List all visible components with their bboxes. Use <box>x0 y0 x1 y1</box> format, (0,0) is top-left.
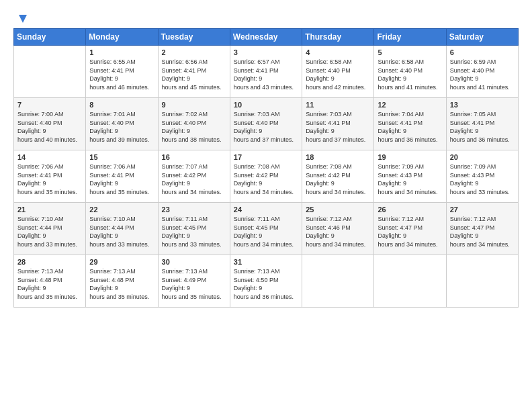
day-cell: 3 Sunrise: 6:57 AM Sunset: 4:41 PM Dayli… <box>230 46 302 98</box>
day-number: 14 <box>17 153 82 161</box>
day-number: 26 <box>378 205 442 214</box>
logo <box>13 12 27 21</box>
day-info: Sunrise: 7:08 AM Sunset: 4:42 PM Dayligh… <box>234 163 298 196</box>
day-cell: 1 Sunrise: 6:55 AM Sunset: 4:41 PM Dayli… <box>86 46 158 98</box>
day-info: Sunrise: 7:03 AM Sunset: 4:40 PM Dayligh… <box>234 110 298 144</box>
day-number: 16 <box>162 153 226 161</box>
day-info: Sunrise: 7:08 AM Sunset: 4:42 PM Dayligh… <box>306 163 370 196</box>
day-cell: 20 Sunrise: 7:09 AM Sunset: 4:43 PM Dayl… <box>446 150 518 203</box>
day-number: 5 <box>378 48 442 56</box>
day-info: Sunrise: 7:10 AM Sunset: 4:44 PM Dayligh… <box>17 215 82 248</box>
day-cell: 11 Sunrise: 7:03 AM Sunset: 4:41 PM Dayl… <box>302 98 374 150</box>
day-info: Sunrise: 7:05 AM Sunset: 4:41 PM Dayligh… <box>450 110 515 144</box>
day-cell: 9 Sunrise: 7:02 AM Sunset: 4:40 PM Dayli… <box>158 98 230 150</box>
day-number: 22 <box>89 205 154 214</box>
day-number: 25 <box>306 205 370 214</box>
day-cell: 25 Sunrise: 7:12 AM Sunset: 4:46 PM Dayl… <box>302 203 374 255</box>
day-info: Sunrise: 7:02 AM Sunset: 4:40 PM Dayligh… <box>162 110 226 144</box>
day-cell: 24 Sunrise: 7:11 AM Sunset: 4:45 PM Dayl… <box>230 203 302 255</box>
day-info: Sunrise: 6:58 AM Sunset: 4:40 PM Dayligh… <box>378 58 442 91</box>
day-number: 18 <box>306 153 370 161</box>
day-cell <box>374 255 446 308</box>
day-number: 17 <box>234 153 298 161</box>
day-cell: 2 Sunrise: 6:56 AM Sunset: 4:41 PM Dayli… <box>158 46 230 98</box>
day-info: Sunrise: 6:58 AM Sunset: 4:40 PM Dayligh… <box>306 58 370 91</box>
header-cell-friday: Friday <box>374 29 446 46</box>
week-row-1: 1 Sunrise: 6:55 AM Sunset: 4:41 PM Dayli… <box>14 46 519 98</box>
day-info: Sunrise: 6:56 AM Sunset: 4:41 PM Dayligh… <box>162 58 226 91</box>
day-cell: 4 Sunrise: 6:58 AM Sunset: 4:40 PM Dayli… <box>302 46 374 98</box>
day-info: Sunrise: 7:11 AM Sunset: 4:45 PM Dayligh… <box>234 215 298 248</box>
day-cell: 5 Sunrise: 6:58 AM Sunset: 4:40 PM Dayli… <box>374 46 446 98</box>
day-number: 28 <box>17 258 82 266</box>
week-row-5: 28 Sunrise: 7:13 AM Sunset: 4:48 PM Dayl… <box>14 255 519 308</box>
day-number: 6 <box>450 48 515 56</box>
header-cell-thursday: Thursday <box>302 29 374 46</box>
day-number: 10 <box>234 101 298 109</box>
day-number: 9 <box>162 101 226 109</box>
day-number: 27 <box>450 205 515 214</box>
day-cell: 22 Sunrise: 7:10 AM Sunset: 4:44 PM Dayl… <box>86 203 158 255</box>
day-number: 7 <box>17 101 82 109</box>
day-cell: 14 Sunrise: 7:06 AM Sunset: 4:41 PM Dayl… <box>14 150 86 203</box>
day-info: Sunrise: 7:00 AM Sunset: 4:40 PM Dayligh… <box>17 110 82 144</box>
day-number: 31 <box>234 258 298 266</box>
day-number: 30 <box>162 258 226 266</box>
day-number: 11 <box>306 101 370 109</box>
day-info: Sunrise: 7:07 AM Sunset: 4:42 PM Dayligh… <box>162 163 226 196</box>
day-number: 4 <box>306 48 370 56</box>
logo-icon <box>15 12 27 24</box>
week-row-3: 14 Sunrise: 7:06 AM Sunset: 4:41 PM Dayl… <box>14 150 519 203</box>
day-cell: 30 Sunrise: 7:13 AM Sunset: 4:49 PM Dayl… <box>158 255 230 308</box>
header-cell-tuesday: Tuesday <box>158 29 230 46</box>
page: SundayMondayTuesdayWednesdayThursdayFrid… <box>0 0 532 411</box>
day-number: 29 <box>89 258 154 266</box>
day-info: Sunrise: 6:59 AM Sunset: 4:40 PM Dayligh… <box>450 58 515 91</box>
day-cell: 10 Sunrise: 7:03 AM Sunset: 4:40 PM Dayl… <box>230 98 302 150</box>
day-cell: 17 Sunrise: 7:08 AM Sunset: 4:42 PM Dayl… <box>230 150 302 203</box>
day-number: 23 <box>162 205 226 214</box>
header-cell-sunday: Sunday <box>14 29 86 46</box>
day-info: Sunrise: 7:06 AM Sunset: 4:41 PM Dayligh… <box>17 163 82 196</box>
day-cell: 19 Sunrise: 7:09 AM Sunset: 4:43 PM Dayl… <box>374 150 446 203</box>
day-info: Sunrise: 7:03 AM Sunset: 4:41 PM Dayligh… <box>306 110 370 144</box>
day-number: 20 <box>450 153 515 161</box>
header-cell-monday: Monday <box>86 29 158 46</box>
day-info: Sunrise: 7:12 AM Sunset: 4:46 PM Dayligh… <box>306 215 370 248</box>
day-info: Sunrise: 7:10 AM Sunset: 4:44 PM Dayligh… <box>89 215 154 248</box>
day-cell: 23 Sunrise: 7:11 AM Sunset: 4:45 PM Dayl… <box>158 203 230 255</box>
day-number: 21 <box>17 205 82 214</box>
day-cell: 15 Sunrise: 7:06 AM Sunset: 4:41 PM Dayl… <box>86 150 158 203</box>
day-cell: 8 Sunrise: 7:01 AM Sunset: 4:40 PM Dayli… <box>86 98 158 150</box>
day-number: 12 <box>378 101 442 109</box>
day-cell: 12 Sunrise: 7:04 AM Sunset: 4:41 PM Dayl… <box>374 98 446 150</box>
day-cell: 27 Sunrise: 7:12 AM Sunset: 4:47 PM Dayl… <box>446 203 518 255</box>
day-info: Sunrise: 7:06 AM Sunset: 4:41 PM Dayligh… <box>89 163 154 196</box>
header <box>13 12 519 21</box>
day-cell <box>14 46 86 98</box>
day-cell: 29 Sunrise: 7:13 AM Sunset: 4:48 PM Dayl… <box>86 255 158 308</box>
header-row: SundayMondayTuesdayWednesdayThursdayFrid… <box>14 29 519 46</box>
day-info: Sunrise: 7:12 AM Sunset: 4:47 PM Dayligh… <box>378 215 442 248</box>
day-info: Sunrise: 7:09 AM Sunset: 4:43 PM Dayligh… <box>378 163 442 196</box>
day-number: 15 <box>89 153 154 161</box>
day-info: Sunrise: 7:04 AM Sunset: 4:41 PM Dayligh… <box>378 110 442 144</box>
calendar-table: SundayMondayTuesdayWednesdayThursdayFrid… <box>13 28 519 308</box>
svg-marker-0 <box>19 15 27 23</box>
week-row-4: 21 Sunrise: 7:10 AM Sunset: 4:44 PM Dayl… <box>14 203 519 255</box>
day-number: 3 <box>234 48 298 56</box>
day-number: 1 <box>89 48 154 56</box>
day-cell <box>302 255 374 308</box>
day-cell: 21 Sunrise: 7:10 AM Sunset: 4:44 PM Dayl… <box>14 203 86 255</box>
day-cell <box>446 255 518 308</box>
day-info: Sunrise: 7:12 AM Sunset: 4:47 PM Dayligh… <box>450 215 515 248</box>
day-info: Sunrise: 7:11 AM Sunset: 4:45 PM Dayligh… <box>162 215 226 248</box>
day-cell: 7 Sunrise: 7:00 AM Sunset: 4:40 PM Dayli… <box>14 98 86 150</box>
day-number: 8 <box>89 101 154 109</box>
day-number: 13 <box>450 101 515 109</box>
day-info: Sunrise: 7:13 AM Sunset: 4:50 PM Dayligh… <box>234 267 298 301</box>
day-info: Sunrise: 6:57 AM Sunset: 4:41 PM Dayligh… <box>234 58 298 91</box>
day-info: Sunrise: 7:13 AM Sunset: 4:48 PM Dayligh… <box>17 267 82 301</box>
day-number: 24 <box>234 205 298 214</box>
header-cell-wednesday: Wednesday <box>230 29 302 46</box>
